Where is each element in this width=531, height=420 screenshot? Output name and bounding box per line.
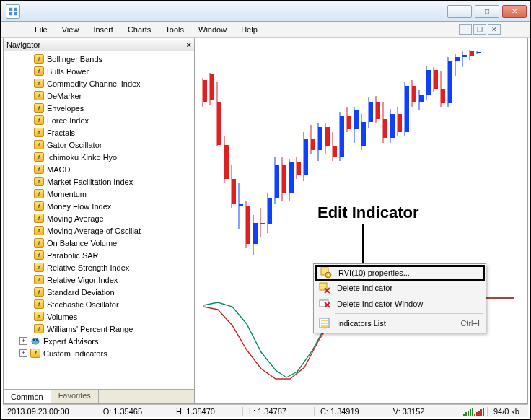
ctx-delete-window-label: Delete Indicator Window [337, 299, 423, 308]
navigator-close-icon[interactable]: × [187, 40, 191, 49]
mdi-restore-button[interactable]: ❐ [473, 24, 486, 35]
tab-favorites[interactable]: Favorites [51, 390, 99, 403]
svg-rect-19 [321, 325, 328, 327]
indicator-item[interactable]: fStochastic Oscillator [4, 298, 194, 310]
indicator-item[interactable]: fVolumes [4, 310, 194, 323]
fx-icon: f [34, 152, 44, 162]
tab-common[interactable]: Common [4, 390, 51, 403]
svg-rect-17 [321, 320, 328, 321]
indicator-item[interactable]: fMoving Average of Oscillat [4, 224, 194, 237]
context-menu: RVI(10) properties... Delete Indicator D… [313, 263, 486, 333]
indicator-item[interactable]: fBulls Power [4, 65, 194, 77]
fx-icon: f [34, 165, 44, 174]
indicator-item[interactable]: fCommodity Channel Index [4, 77, 194, 89]
svg-rect-0 [9, 8, 12, 11]
menu-charts[interactable]: Charts [120, 24, 158, 35]
fx-icon: f [34, 324, 44, 333]
indicator-item[interactable]: fBollinger Bands [4, 53, 194, 65]
expander-icon[interactable]: + [19, 337, 27, 345]
indicator-label: Volumes [47, 312, 77, 321]
indicator-item[interactable]: fEnvelopes [4, 102, 194, 114]
mdi-minimize-button[interactable]: – [459, 24, 472, 35]
indicator-item[interactable]: fMarket Facilitation Index [4, 175, 194, 188]
navigator-title-text: Navigator [6, 40, 40, 49]
fx-icon: f [34, 263, 44, 272]
fx-icon: f [34, 128, 44, 137]
indicator-label: Envelopes [47, 104, 84, 113]
group-expert-advisors[interactable]: +Expert Advisors [4, 335, 194, 347]
fx-icon: f [34, 115, 44, 125]
group-custom-indicators[interactable]: +fCustom Indicators [4, 347, 194, 359]
menu-view[interactable]: View [55, 24, 87, 35]
fx-icon: f [34, 79, 44, 88]
svg-rect-18 [321, 323, 328, 324]
indicator-item[interactable]: fDeMarker [4, 89, 194, 102]
mdi-close-button[interactable]: ✕ [488, 24, 501, 35]
indicator-item[interactable]: fRelative Strength Index [4, 261, 194, 274]
ctx-indicators-list[interactable]: Indicators List Ctrl+I [315, 315, 484, 331]
indicator-item[interactable]: fOn Balance Volume [4, 237, 194, 249]
menu-window[interactable]: Window [191, 24, 234, 35]
svg-point-4 [32, 338, 39, 344]
status-low: L: 1.34787 [242, 407, 292, 416]
fx-icon: f [34, 177, 44, 186]
menu-file[interactable]: File [27, 24, 55, 35]
indicator-item[interactable]: fStandard Deviation [4, 286, 194, 298]
fx-icon: f [34, 312, 44, 321]
group-label: Custom Indicators [43, 349, 107, 358]
indicator-label: On Balance Volume [47, 239, 117, 248]
svg-point-9 [328, 274, 330, 276]
indicator-item[interactable]: fMomentum [4, 188, 194, 200]
indicator-label: Bulls Power [47, 67, 89, 76]
indicator-label: DeMarker [47, 92, 82, 100]
menu-insert[interactable]: Insert [86, 24, 120, 35]
status-close: C: 1.34919 [314, 407, 365, 416]
indicator-item[interactable]: fWilliams' Percent Range [4, 323, 194, 335]
fx-icon: f [34, 66, 44, 76]
svg-rect-1 [14, 8, 17, 11]
fx-icon: f [34, 189, 44, 198]
ctx-delete-window[interactable]: Delete Indicator Window [315, 296, 484, 312]
indicator-label: Relative Vigor Index [47, 276, 118, 284]
annotation-label: Edit Indicator [317, 204, 419, 222]
indicator-label: Williams' Percent Range [47, 325, 133, 333]
menu-help[interactable]: Help [234, 24, 265, 35]
indicator-item[interactable]: fParabolic SAR [4, 249, 194, 261]
navigator-title: Navigator × [4, 38, 194, 51]
indicator-item[interactable]: fFractals [4, 126, 194, 139]
status-volume: V: 33152 [387, 407, 431, 416]
indicator-label: Moving Average of Oscillat [47, 227, 141, 235]
delete-indicator-icon [318, 282, 331, 294]
close-button[interactable]: ✕ [502, 5, 527, 18]
menu-tools[interactable]: Tools [158, 24, 191, 35]
expander-icon[interactable]: + [19, 349, 27, 357]
indicator-item[interactable]: fRelative Vigor Index [4, 274, 194, 286]
fx-icon: f [34, 238, 44, 248]
svg-point-5 [33, 339, 35, 341]
indicator-item[interactable]: fForce Index [4, 114, 194, 126]
indicator-item[interactable]: fGator Oscillator [4, 139, 194, 151]
ctx-properties[interactable]: RVI(10) properties... [315, 265, 485, 281]
statusbar: 2013.09.23 00:00 O: 1.35465 H: 1.35470 L… [3, 404, 528, 417]
ctx-delete-indicator[interactable]: Delete Indicator [315, 280, 484, 296]
maximize-button[interactable]: □ [475, 5, 499, 18]
ctx-shortcut: Ctrl+I [460, 319, 480, 328]
fx-icon: f [34, 140, 44, 149]
indicator-label: Parabolic SAR [47, 251, 99, 260]
fx-icon: f [34, 287, 44, 297]
indicator-label: Force Index [47, 116, 89, 125]
mdi-controls: – ❐ ✕ [459, 24, 501, 35]
fx-icon: f [34, 250, 44, 260]
indicator-item[interactable]: fMoving Average [4, 212, 194, 224]
indicator-item[interactable]: fMACD [4, 163, 194, 175]
minimize-button[interactable]: — [447, 5, 472, 18]
indicator-label: Stochastic Oscillator [47, 300, 119, 309]
indicator-label: Relative Strength Index [47, 263, 129, 272]
svg-rect-3 [14, 12, 17, 15]
indicator-label: Commodity Channel Index [47, 79, 141, 88]
navigator-panel: Navigator × fBollinger BandsfBulls Power… [3, 38, 195, 404]
navigator-tree[interactable]: fBollinger BandsfBulls PowerfCommodity C… [4, 51, 194, 389]
svg-point-6 [36, 339, 38, 341]
indicator-item[interactable]: fIchimoku Kinko Hyo [4, 151, 194, 163]
indicator-item[interactable]: fMoney Flow Index [4, 200, 194, 212]
